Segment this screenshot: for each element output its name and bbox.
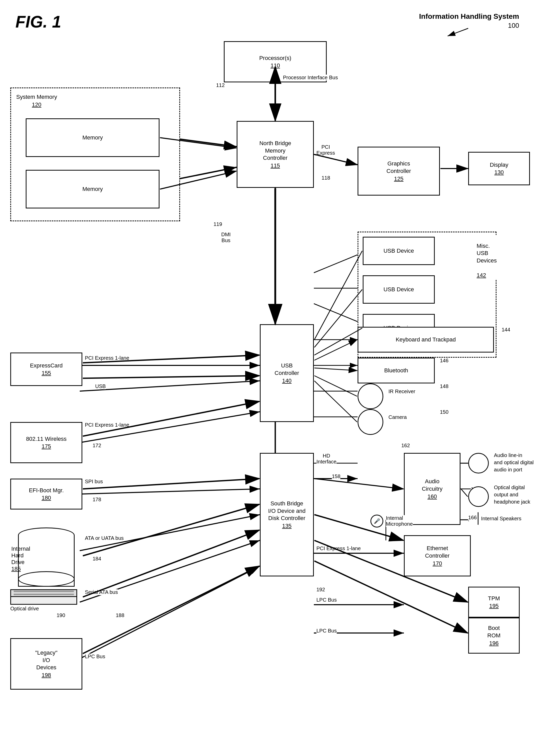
svg-line-40: [314, 251, 362, 340]
ref-118: 118: [322, 175, 330, 181]
memory1-label: Memory: [82, 134, 103, 142]
wireless-box: 802.11 Wireless 175: [10, 422, 82, 463]
usb-label: USB: [95, 383, 106, 389]
usb-device2-label: USB Device: [384, 286, 414, 293]
ref-158: 158: [332, 473, 340, 479]
spi-bus-label: SPI bus: [85, 479, 103, 485]
processor-bus-label: Processor Interface Bus: [283, 75, 338, 81]
ref-192: 192: [316, 587, 325, 593]
ref-178: 178: [93, 497, 101, 503]
svg-line-8: [314, 255, 358, 273]
svg-line-48: [83, 376, 259, 378]
legacy-io-number: 198: [42, 672, 51, 679]
internal-speakers-label: Internal Speakers: [481, 516, 521, 522]
svg-line-49: [83, 401, 259, 436]
ref-190: 190: [57, 612, 65, 618]
camera-circle: [358, 409, 383, 435]
optical-drive-container: Optical drive: [10, 589, 77, 612]
pcie-1lane-1-label: PCI Express 1-lane: [85, 355, 129, 361]
audio-linein-label: Audio line-in and optical digital audio …: [494, 452, 534, 473]
misc-usb-label: Misc. USB Devices: [477, 243, 497, 264]
ir-receiver-circle: [358, 383, 383, 409]
ethernet-number: 170: [433, 560, 442, 567]
efi-boot-number: 180: [42, 495, 51, 501]
internal-mic-container: 🎤 Internal Microphone: [370, 515, 413, 528]
pcie-1lane-2-label: PCI Express 1-lane: [85, 422, 129, 428]
audio-circuitry-number: 160: [428, 493, 437, 500]
hd-interface-label: HD Interface: [316, 453, 336, 465]
pci-express-label: PCI Express: [316, 144, 335, 156]
display-box: Display 130: [468, 152, 530, 185]
svg-line-54: [314, 479, 403, 489]
ref-166: 166: [468, 515, 477, 521]
processor-label: Processor(s): [259, 55, 291, 62]
boot-rom-box: Boot ROM 196: [468, 618, 520, 654]
ata-bus-label: ATA or UATA bus: [85, 535, 124, 541]
kbd-ref: 144: [502, 327, 510, 333]
usb-controller-box: USB Controller 140: [260, 324, 314, 422]
internal-hd-number: 185: [11, 566, 21, 572]
ethernet-label: Ethernet Controller: [425, 545, 449, 559]
legacy-io-label: "Legacy" I/O Devices: [35, 649, 58, 671]
svg-line-44: [314, 368, 357, 371]
svg-line-19: [80, 515, 260, 551]
bt-ref: 146: [440, 358, 448, 364]
graphics-number: 125: [394, 175, 404, 182]
optical-out-label: Optical digital output and headphone jac…: [494, 484, 530, 505]
serial-ata-label: Serial ATA bus: [85, 589, 118, 595]
ethernet-box: Ethernet Controller 170: [404, 535, 471, 576]
svg-line-51: [83, 504, 259, 556]
keyboard-trackpad-box: Keyboard and Trackpad: [358, 327, 494, 353]
ir-ref: 148: [440, 383, 448, 389]
lpc-bus1-label: LPC Bus: [85, 654, 105, 660]
figure-label: FIG. 1: [15, 12, 61, 31]
tpm-number: 195: [489, 603, 499, 609]
memory2-label: Memory: [82, 186, 103, 193]
memory1-box: Memory: [26, 118, 159, 157]
ir-receiver-label: IR Receiver: [388, 389, 415, 394]
svg-line-43: [314, 340, 357, 360]
svg-line-50: [83, 479, 259, 489]
efi-boot-box: EFI-Boot Mgr. 180: [10, 479, 82, 509]
usb-device1-label: USB Device: [384, 247, 414, 255]
cam-ref: 150: [440, 409, 448, 415]
system-memory-label: System Memory: [16, 94, 57, 100]
lpc-bus2-label: LPC Bus: [316, 597, 337, 603]
usb-device2-box: USB Device: [363, 275, 435, 304]
lpc-bus3-label: LPC Bus: [316, 628, 337, 634]
audio-linein-circle: [468, 453, 489, 473]
audio-circuitry-box: Audio Circuitry 160: [404, 453, 460, 525]
graphics-box: Graphics Controller 125: [358, 147, 440, 196]
display-number: 130: [494, 169, 504, 176]
svg-line-46: [314, 381, 357, 422]
svg-line-18: [80, 489, 260, 494]
ref-184: 184: [93, 556, 101, 562]
ref-188: 188: [116, 612, 124, 618]
system-memory-number: 120: [16, 101, 57, 108]
south-bridge-number: 135: [282, 523, 292, 529]
misc-usb-number: 142: [477, 272, 486, 278]
svg-line-5: [314, 154, 358, 165]
tpm-box: TPM 195: [468, 587, 520, 618]
boot-rom-label: Boot ROM: [487, 625, 500, 639]
expresscard-label: ExpressCard: [30, 362, 63, 370]
optical-out-circle: [468, 486, 489, 507]
svg-line-53: [83, 566, 259, 654]
internal-hd-label: Internal Hard Drive: [11, 546, 30, 565]
north-bridge-box: North Bridge Memory Controller 115: [237, 121, 314, 188]
north-bridge-label: North Bridge Memory Controller: [259, 140, 291, 162]
ref-112: 112: [216, 82, 225, 88]
usb-controller-number: 140: [282, 377, 292, 384]
legacy-io-box: "Legacy" I/O Devices 198: [10, 638, 82, 690]
optical-drive-label: Optical drive: [10, 606, 77, 612]
south-bridge-box: South Bridge I/O Device and Disk Control…: [260, 453, 314, 576]
wireless-number: 175: [42, 443, 51, 450]
ref-119: 119: [214, 221, 222, 227]
svg-line-16: [80, 381, 260, 391]
bluetooth-box: Bluetooth: [358, 358, 435, 383]
boot-rom-number: 196: [489, 640, 499, 647]
pcie-1lane-3-label: PCI Express 1-lane: [316, 546, 361, 551]
bluetooth-label: Bluetooth: [384, 367, 408, 374]
usb-device1-box: USB Device: [363, 237, 435, 265]
wireless-label: 802.11 Wireless: [26, 435, 67, 443]
